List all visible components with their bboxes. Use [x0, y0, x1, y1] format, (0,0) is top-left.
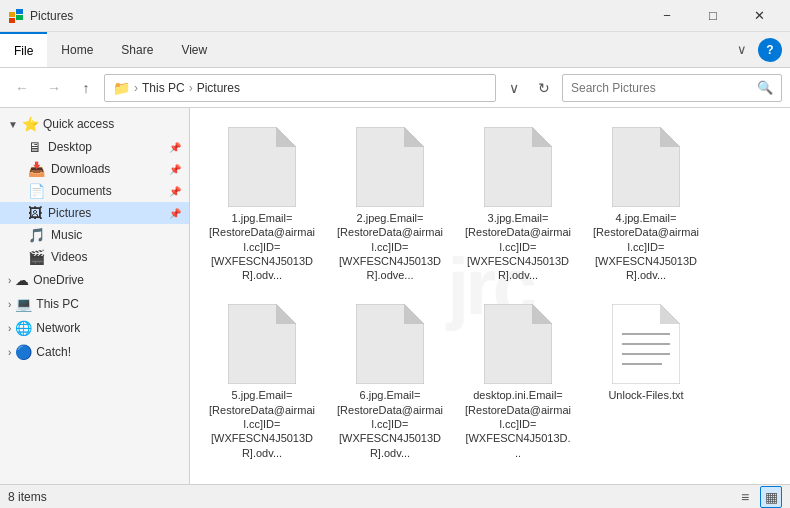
address-controls: ∨ ↻ [500, 74, 558, 102]
downloads-label: Downloads [51, 162, 110, 176]
sidebar-header-quick-access[interactable]: ▼ ⭐ Quick access [0, 112, 189, 136]
downloads-pin-icon: 📌 [169, 164, 181, 175]
documents-label: Documents [51, 184, 112, 198]
path-folder-icon: 📁 [113, 80, 130, 96]
file-icon-7 [484, 304, 552, 384]
ribbon-collapse-button[interactable]: ∨ [730, 38, 754, 62]
documents-pin-icon: 📌 [169, 186, 181, 197]
tab-file[interactable]: File [0, 32, 47, 67]
sidebar-item-downloads[interactable]: 📥 Downloads 📌 [0, 158, 189, 180]
content-area: jrc 1.jpg.Email=[RestoreData@airmail.cc]… [190, 108, 790, 484]
svg-marker-11 [660, 127, 680, 147]
svg-marker-15 [404, 304, 424, 324]
documents-icon: 📄 [28, 183, 45, 199]
file-item-7[interactable]: desktop.ini.Email=[RestoreData@airmail.c… [458, 297, 578, 466]
sidebar-section-network: › 🌐 Network [0, 316, 189, 340]
quick-access-chevron: ▼ [8, 119, 18, 130]
file-item-2[interactable]: 2.jpeg.Email=[RestoreData@airmail.cc]ID=… [330, 120, 450, 289]
onedrive-chevron: › [8, 275, 11, 286]
list-view-button[interactable]: ≡ [734, 486, 756, 508]
forward-button[interactable]: → [40, 74, 68, 102]
svg-rect-2 [16, 15, 23, 20]
file-name-7: desktop.ini.Email=[RestoreData@airmail.c… [465, 388, 571, 459]
file-icon-1 [228, 127, 296, 207]
help-button[interactable]: ? [758, 38, 782, 62]
file-name-8: Unlock-Files.txt [608, 388, 683, 402]
file-icon-4 [612, 127, 680, 207]
window-title: Pictures [30, 9, 644, 23]
close-button[interactable]: ✕ [736, 0, 782, 32]
refresh-button[interactable]: ↻ [530, 74, 558, 102]
videos-label: Videos [51, 250, 87, 264]
sidebar-header-thispc[interactable]: › 💻 This PC [0, 292, 189, 316]
file-icon-8 [612, 304, 680, 384]
file-item-3[interactable]: 3.jpg.Email=[RestoreData@airmail.cc]ID=[… [458, 120, 578, 289]
window-icon [8, 8, 24, 24]
downloads-icon: 📥 [28, 161, 45, 177]
file-item-1[interactable]: 1.jpg.Email=[RestoreData@airmail.cc]ID=[… [202, 120, 322, 289]
up-button[interactable]: ↑ [72, 74, 100, 102]
back-button[interactable]: ← [8, 74, 36, 102]
file-item-8[interactable]: Unlock-Files.txt [586, 297, 706, 466]
tab-view[interactable]: View [167, 32, 221, 67]
onedrive-label: OneDrive [33, 273, 84, 287]
file-grid: 1.jpg.Email=[RestoreData@airmail.cc]ID=[… [198, 116, 782, 471]
onedrive-icon: ☁ [15, 272, 29, 288]
thispc-icon: 💻 [15, 296, 32, 312]
path-pictures[interactable]: Pictures [197, 81, 240, 95]
file-item-4[interactable]: 4.jpg.Email=[RestoreData@airmail.cc]ID=[… [586, 120, 706, 289]
sidebar-item-videos[interactable]: 🎬 Videos [0, 246, 189, 268]
sidebar-header-network[interactable]: › 🌐 Network [0, 316, 189, 340]
maximize-button[interactable]: □ [690, 0, 736, 32]
sidebar-header-catch[interactable]: › 🔵 Catch! [0, 340, 189, 364]
sidebar-item-pictures[interactable]: 🖼 Pictures 📌 [0, 202, 189, 224]
item-count: 8 items [8, 490, 47, 504]
music-label: Music [51, 228, 82, 242]
music-icon: 🎵 [28, 227, 45, 243]
thispc-label: This PC [36, 297, 79, 311]
file-name-6: 6.jpg.Email=[RestoreData@airmail.cc]ID=[… [337, 388, 443, 459]
network-icon: 🌐 [15, 320, 32, 336]
ribbon: File Home Share View ∨ ? [0, 32, 790, 68]
path-dropdown-button[interactable]: ∨ [500, 74, 528, 102]
search-box[interactable]: 🔍 [562, 74, 782, 102]
file-name-3: 3.jpg.Email=[RestoreData@airmail.cc]ID=[… [465, 211, 571, 282]
sidebar-item-documents[interactable]: 📄 Documents 📌 [0, 180, 189, 202]
svg-marker-5 [276, 127, 296, 147]
sidebar-item-music[interactable]: 🎵 Music [0, 224, 189, 246]
catch-icon: 🔵 [15, 344, 32, 360]
tab-share[interactable]: Share [107, 32, 167, 67]
file-name-4: 4.jpg.Email=[RestoreData@airmail.cc]ID=[… [593, 211, 699, 282]
search-icon: 🔍 [757, 80, 773, 95]
sidebar: ▼ ⭐ Quick access 🖥 Desktop 📌 📥 Downloads… [0, 108, 190, 484]
svg-marker-9 [532, 127, 552, 147]
path-separator-1: › [134, 81, 138, 95]
pictures-icon: 🖼 [28, 205, 42, 221]
file-name-2: 2.jpeg.Email=[RestoreData@airmail.cc]ID=… [337, 211, 443, 282]
svg-rect-1 [16, 9, 23, 14]
status-bar: 8 items ≡ ▦ [0, 484, 790, 508]
thispc-chevron: › [8, 299, 11, 310]
desktop-pin-icon: 📌 [169, 142, 181, 153]
svg-marker-7 [404, 127, 424, 147]
sidebar-item-desktop[interactable]: 🖥 Desktop 📌 [0, 136, 189, 158]
sidebar-section-thispc: › 💻 This PC [0, 292, 189, 316]
desktop-label: Desktop [48, 140, 92, 154]
search-input[interactable] [571, 81, 753, 95]
catch-chevron: › [8, 347, 11, 358]
address-path[interactable]: 📁 › This PC › Pictures [104, 74, 496, 102]
videos-icon: 🎬 [28, 249, 45, 265]
detail-view-button[interactable]: ▦ [760, 486, 782, 508]
path-this-pc[interactable]: This PC [142, 81, 185, 95]
file-name-1: 1.jpg.Email=[RestoreData@airmail.cc]ID=[… [209, 211, 315, 282]
svg-rect-3 [9, 18, 15, 23]
svg-marker-13 [276, 304, 296, 324]
sidebar-header-onedrive[interactable]: › ☁ OneDrive [0, 268, 189, 292]
file-item-6[interactable]: 6.jpg.Email=[RestoreData@airmail.cc]ID=[… [330, 297, 450, 466]
file-item-5[interactable]: 5.jpg.Email=[RestoreData@airmail.cc]ID=[… [202, 297, 322, 466]
network-chevron: › [8, 323, 11, 334]
ribbon-help: ∨ ? [730, 38, 790, 62]
minimize-button[interactable]: − [644, 0, 690, 32]
file-icon-6 [356, 304, 424, 384]
tab-home[interactable]: Home [47, 32, 107, 67]
